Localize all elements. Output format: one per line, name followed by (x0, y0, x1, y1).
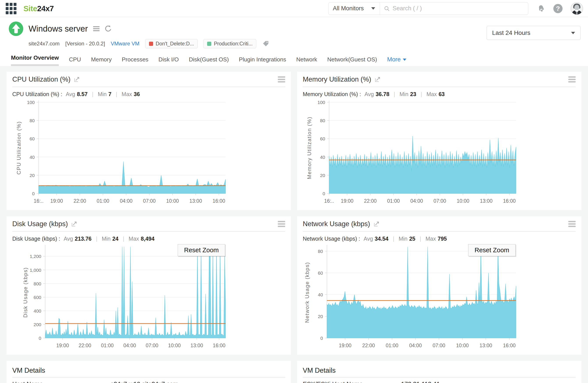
site24x7-logo[interactable]: Site24x7 (23, 4, 54, 13)
svg-text:04:00: 04:00 (409, 343, 422, 348)
svg-text:07:00: 07:00 (146, 343, 158, 348)
time-range-value: Last 24 Hours (492, 29, 530, 36)
panel-menu-icon[interactable] (278, 220, 285, 228)
svg-text:16:..: 16:.. (324, 198, 334, 204)
avg-value: 8.57 (77, 91, 87, 97)
panel-title: Network Usage (kbps) (303, 220, 370, 228)
refresh-icon[interactable] (104, 24, 112, 33)
avg-label: Avg (66, 91, 75, 97)
global-search-container: All Monitors (328, 2, 528, 15)
stat-prefix: Memory Utilization (%) : (303, 91, 361, 97)
svg-text:60: 60 (320, 136, 325, 141)
svg-text:04:00: 04:00 (123, 343, 136, 348)
expand-chart-icon[interactable] (71, 221, 77, 227)
tag-icon[interactable] (262, 40, 270, 47)
min-label: Min (399, 236, 407, 242)
expand-chart-icon[interactable] (373, 221, 380, 227)
reset-zoom-button[interactable]: Reset Zoom (178, 244, 225, 256)
logo-text-green: Site (23, 4, 37, 13)
svg-text:22:00: 22:00 (74, 198, 86, 204)
panel-title: Memory Utilization (%) (303, 76, 371, 83)
avg-value: 213.76 (75, 236, 91, 242)
apps-grid-icon[interactable] (6, 3, 17, 14)
tab-memory[interactable]: Memory (91, 56, 112, 66)
svg-text:01:00: 01:00 (97, 198, 109, 204)
monitor-type-link[interactable]: VMware VM (111, 40, 140, 47)
cpu-stats: CPU Utilization (%) : Avg8.57 | Min7 | M… (12, 91, 285, 97)
vm-details-title: VM Details (303, 365, 576, 374)
avatar[interactable] (570, 2, 583, 15)
min-label: Min (98, 91, 107, 97)
network-usage-panel: Network Usage (kbps) Network Usage (kbps… (297, 216, 581, 355)
tab-processes[interactable]: Processes (122, 56, 148, 66)
panel-menu-icon[interactable] (278, 75, 285, 83)
search-icon (384, 5, 390, 12)
svg-text:400: 400 (34, 308, 41, 313)
svg-text:80: 80 (318, 249, 323, 254)
svg-text:40: 40 (30, 155, 35, 160)
divider (12, 377, 285, 378)
avg-label: Avg (364, 236, 373, 242)
help-icon[interactable]: ? (553, 4, 563, 13)
avg-value: 36.78 (376, 91, 389, 97)
expand-chart-icon[interactable] (74, 76, 80, 83)
tab-disk-i-o[interactable]: Disk I/O (158, 56, 179, 66)
tab-network-guest-os-[interactable]: Network(Guest OS) (327, 56, 377, 66)
svg-text:600: 600 (34, 295, 41, 300)
search-input[interactable] (393, 5, 524, 12)
cpu-chart: 02040608010016:..19:0022:0001:0004:0007:… (12, 98, 227, 206)
notifications-bell-icon[interactable] (537, 4, 546, 13)
monitor-version: [Version - 20.0.2] (65, 40, 105, 47)
svg-text:07:00: 07:00 (143, 198, 156, 204)
tab-network[interactable]: Network (296, 56, 317, 66)
svg-text:10:00: 10:00 (456, 343, 469, 348)
panel-title: Disk Usage (kbps) (12, 220, 68, 228)
chevron-down-icon (371, 7, 375, 10)
tab-plugin-integrations[interactable]: Plugin Integrations (239, 56, 286, 66)
monitor-menu-icon[interactable] (93, 25, 100, 32)
tag-label: Don't_Delete:D... (156, 41, 194, 47)
panel-menu-icon[interactable] (568, 220, 576, 228)
svg-text:80: 80 (30, 118, 35, 123)
vm-detail-label: ESX/ESXi Host Name (303, 381, 401, 383)
tab-disk-guest-os-[interactable]: Disk(Guest OS) (189, 56, 229, 66)
disk-chart: 02004006008001,0001,20019:0022:0001:0004… (12, 243, 227, 351)
divider (12, 87, 285, 87)
svg-text:13:00: 13:00 (480, 198, 493, 204)
expand-chart-icon[interactable] (374, 76, 381, 83)
reset-zoom-button[interactable]: Reset Zoom (468, 244, 516, 256)
tab-more[interactable]: More (387, 56, 406, 66)
svg-text:0: 0 (39, 336, 41, 341)
page-title: Windows server (28, 24, 88, 34)
site24x7-dashboard: Site24x7 All Monitors ? (0, 0, 588, 383)
svg-text:16:..: 16:.. (34, 198, 44, 204)
monitor-scope-label: All Monitors (333, 5, 364, 12)
svg-text:0: 0 (322, 191, 325, 196)
time-range-dropdown[interactable]: Last 24 Hours (487, 26, 581, 40)
svg-text:04:00: 04:00 (120, 198, 132, 204)
disk-stats: Disk Usage (kbps) : Avg213.76 | Min24 | … (12, 236, 285, 242)
svg-text:200: 200 (34, 322, 41, 327)
stat-prefix: Disk Usage (kbps) : (12, 236, 60, 242)
topbar: Site24x7 All Monitors ? (0, 0, 588, 17)
cpu-utilization-panel: CPU Utilization (%) CPU Utilization (%) … (7, 72, 291, 210)
tag-color-swatch (207, 42, 211, 46)
monitor-header: Windows server site24x7.com [Version - 2… (0, 17, 588, 66)
logo-text-black: 24x7 (37, 4, 54, 13)
chart-svg: 02004006008001,0001,20019:0022:0001:0004… (12, 243, 227, 351)
vm-details-panel-right: VM Details ESX/ESXi Host Name 172.21.112… (297, 361, 581, 383)
tab-cpu[interactable]: CPU (69, 56, 81, 66)
monitor-scope-dropdown[interactable]: All Monitors (328, 2, 380, 15)
svg-text:40: 40 (320, 155, 325, 160)
svg-text:13:00: 13:00 (190, 343, 203, 348)
panel-menu-icon[interactable] (568, 75, 576, 83)
svg-text:10:00: 10:00 (457, 198, 469, 204)
memory-stats: Memory Utilization (%) : Avg36.78 | Min2… (303, 91, 576, 97)
panel-title: CPU Utilization (%) (12, 76, 70, 83)
tag-chip-dont-delete[interactable]: Don't_Delete:D... (145, 39, 198, 48)
svg-text:01:00: 01:00 (387, 198, 400, 204)
tag-chip-production[interactable]: Production:Criti... (203, 39, 256, 48)
tab-monitor-overview[interactable]: Monitor Overview (11, 54, 59, 66)
tag-color-swatch (149, 42, 153, 46)
chart-svg: 02040608010016:..19:0022:0001:0004:0007:… (12, 98, 227, 206)
